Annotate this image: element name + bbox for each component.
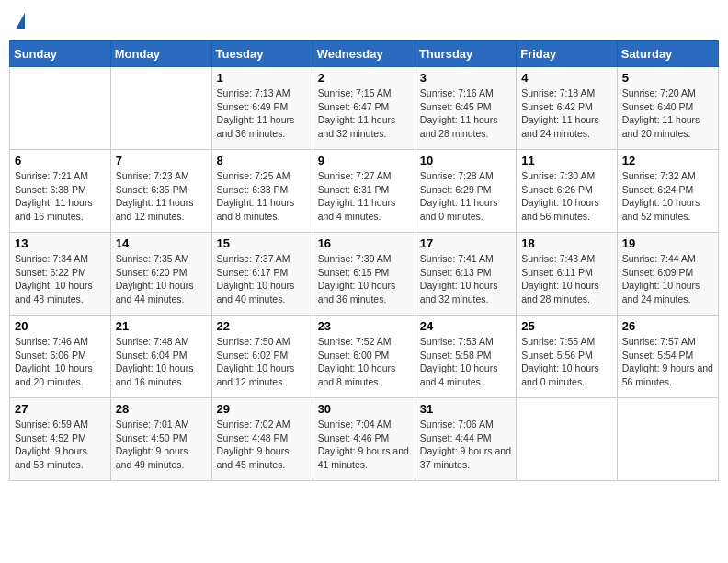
day-number: 21 (116, 319, 207, 333)
day-content: Sunrise: 7:04 AM Sunset: 4:46 PM Dayligh… (318, 418, 410, 472)
logo-triangle-icon (16, 13, 25, 29)
day-cell: 7Sunrise: 7:23 AM Sunset: 6:35 PM Daylig… (110, 150, 211, 233)
day-number: 26 (622, 319, 713, 333)
day-number: 8 (217, 154, 308, 167)
day-number: 18 (521, 236, 612, 250)
week-row-5: 27Sunrise: 6:59 AM Sunset: 4:52 PM Dayli… (10, 398, 719, 481)
day-content: Sunrise: 7:28 AM Sunset: 6:29 PM Dayligh… (420, 169, 511, 224)
day-cell: 12Sunrise: 7:32 AM Sunset: 6:24 PM Dayli… (617, 150, 718, 233)
week-row-2: 6Sunrise: 7:21 AM Sunset: 6:38 PM Daylig… (10, 150, 719, 233)
calendar-body: 1Sunrise: 7:13 AM Sunset: 6:49 PM Daylig… (10, 67, 719, 481)
day-number: 27 (15, 402, 106, 416)
day-number: 5 (622, 71, 713, 85)
day-cell: 9Sunrise: 7:27 AM Sunset: 6:31 PM Daylig… (313, 150, 415, 233)
day-content: Sunrise: 7:55 AM Sunset: 5:56 PM Dayligh… (521, 335, 612, 389)
header-cell-tuesday: Tuesday (211, 41, 313, 67)
day-number: 4 (521, 71, 612, 85)
day-content: Sunrise: 7:06 AM Sunset: 4:44 PM Dayligh… (420, 418, 511, 472)
day-content: Sunrise: 7:48 AM Sunset: 6:04 PM Dayligh… (116, 335, 207, 389)
day-content: Sunrise: 7:13 AM Sunset: 6:49 PM Dayligh… (217, 86, 308, 141)
week-row-1: 1Sunrise: 7:13 AM Sunset: 6:49 PM Daylig… (10, 67, 719, 150)
day-number: 1 (217, 71, 308, 85)
day-cell: 25Sunrise: 7:55 AM Sunset: 5:56 PM Dayli… (517, 316, 618, 398)
day-cell: 29Sunrise: 7:02 AM Sunset: 4:48 PM Dayli… (211, 398, 313, 481)
day-number: 10 (420, 154, 511, 167)
day-number: 24 (420, 319, 511, 333)
header-cell-sunday: Sunday (10, 41, 111, 67)
week-row-4: 20Sunrise: 7:46 AM Sunset: 6:06 PM Dayli… (10, 316, 719, 398)
day-number: 30 (318, 402, 410, 416)
day-content: Sunrise: 7:15 AM Sunset: 6:47 PM Dayligh… (318, 86, 410, 141)
day-number: 25 (521, 319, 612, 333)
day-number: 13 (15, 236, 106, 250)
day-cell: 2Sunrise: 7:15 AM Sunset: 6:47 PM Daylig… (313, 67, 415, 150)
day-cell: 31Sunrise: 7:06 AM Sunset: 4:44 PM Dayli… (415, 398, 516, 481)
day-cell: 24Sunrise: 7:53 AM Sunset: 5:58 PM Dayli… (415, 316, 516, 398)
day-number: 3 (420, 71, 511, 85)
day-cell: 6Sunrise: 7:21 AM Sunset: 6:38 PM Daylig… (10, 150, 111, 233)
day-cell: 27Sunrise: 6:59 AM Sunset: 4:52 PM Dayli… (10, 398, 111, 481)
day-cell: 10Sunrise: 7:28 AM Sunset: 6:29 PM Dayli… (415, 150, 516, 233)
day-cell: 5Sunrise: 7:20 AM Sunset: 6:40 PM Daylig… (617, 67, 718, 150)
day-content: Sunrise: 7:53 AM Sunset: 5:58 PM Dayligh… (420, 335, 511, 389)
day-content: Sunrise: 7:18 AM Sunset: 6:42 PM Dayligh… (521, 86, 612, 141)
day-content: Sunrise: 7:21 AM Sunset: 6:38 PM Dayligh… (15, 169, 106, 224)
day-cell (10, 67, 111, 150)
day-number: 14 (116, 236, 207, 250)
day-number: 2 (318, 71, 410, 85)
calendar-header: SundayMondayTuesdayWednesdayThursdayFrid… (10, 41, 719, 67)
day-content: Sunrise: 7:32 AM Sunset: 6:24 PM Dayligh… (622, 169, 713, 224)
day-content: Sunrise: 7:01 AM Sunset: 4:50 PM Dayligh… (116, 418, 207, 472)
week-row-3: 13Sunrise: 7:34 AM Sunset: 6:22 PM Dayli… (10, 233, 719, 316)
day-cell: 19Sunrise: 7:44 AM Sunset: 6:09 PM Dayli… (617, 233, 718, 316)
calendar-table: SundayMondayTuesdayWednesdayThursdayFrid… (9, 40, 719, 481)
day-number: 19 (622, 236, 713, 250)
day-content: Sunrise: 7:30 AM Sunset: 6:26 PM Dayligh… (521, 169, 612, 224)
day-number: 31 (420, 402, 511, 416)
day-cell: 22Sunrise: 7:50 AM Sunset: 6:02 PM Dayli… (211, 316, 313, 398)
day-content: Sunrise: 7:41 AM Sunset: 6:13 PM Dayligh… (420, 252, 511, 306)
day-cell: 3Sunrise: 7:16 AM Sunset: 6:45 PM Daylig… (415, 67, 516, 150)
day-content: Sunrise: 7:52 AM Sunset: 6:00 PM Dayligh… (318, 335, 410, 389)
day-cell: 23Sunrise: 7:52 AM Sunset: 6:00 PM Dayli… (313, 316, 415, 398)
day-content: Sunrise: 7:43 AM Sunset: 6:11 PM Dayligh… (521, 252, 612, 306)
day-number: 12 (622, 154, 713, 167)
day-cell: 14Sunrise: 7:35 AM Sunset: 6:20 PM Dayli… (110, 233, 211, 316)
day-cell: 8Sunrise: 7:25 AM Sunset: 6:33 PM Daylig… (211, 150, 313, 233)
day-number: 16 (318, 236, 410, 250)
day-cell: 1Sunrise: 7:13 AM Sunset: 6:49 PM Daylig… (211, 67, 313, 150)
header-row: SundayMondayTuesdayWednesdayThursdayFrid… (10, 41, 719, 67)
day-content: Sunrise: 7:02 AM Sunset: 4:48 PM Dayligh… (217, 418, 308, 472)
day-cell (617, 398, 718, 481)
day-cell: 20Sunrise: 7:46 AM Sunset: 6:06 PM Dayli… (10, 316, 111, 398)
day-number: 23 (318, 319, 410, 333)
day-number: 6 (15, 154, 106, 167)
page-header (9, 9, 719, 33)
day-cell: 4Sunrise: 7:18 AM Sunset: 6:42 PM Daylig… (517, 67, 618, 150)
day-number: 22 (217, 319, 308, 333)
day-cell: 13Sunrise: 7:34 AM Sunset: 6:22 PM Dayli… (10, 233, 111, 316)
day-number: 15 (217, 236, 308, 250)
day-cell: 21Sunrise: 7:48 AM Sunset: 6:04 PM Dayli… (110, 316, 211, 398)
header-cell-thursday: Thursday (415, 41, 516, 67)
day-content: Sunrise: 7:46 AM Sunset: 6:06 PM Dayligh… (15, 335, 106, 389)
day-content: Sunrise: 7:57 AM Sunset: 5:54 PM Dayligh… (622, 335, 713, 389)
day-number: 7 (116, 154, 207, 167)
day-content: Sunrise: 6:59 AM Sunset: 4:52 PM Dayligh… (15, 418, 106, 472)
day-number: 20 (15, 319, 106, 333)
day-number: 28 (116, 402, 207, 416)
day-number: 29 (217, 402, 308, 416)
day-content: Sunrise: 7:37 AM Sunset: 6:17 PM Dayligh… (217, 252, 308, 306)
day-cell: 15Sunrise: 7:37 AM Sunset: 6:17 PM Dayli… (211, 233, 313, 316)
day-cell: 26Sunrise: 7:57 AM Sunset: 5:54 PM Dayli… (617, 316, 718, 398)
day-content: Sunrise: 7:23 AM Sunset: 6:35 PM Dayligh… (116, 169, 207, 224)
day-cell: 16Sunrise: 7:39 AM Sunset: 6:15 PM Dayli… (313, 233, 415, 316)
day-content: Sunrise: 7:35 AM Sunset: 6:20 PM Dayligh… (116, 252, 207, 306)
day-content: Sunrise: 7:27 AM Sunset: 6:31 PM Dayligh… (318, 169, 410, 224)
day-content: Sunrise: 7:44 AM Sunset: 6:09 PM Dayligh… (622, 252, 713, 306)
day-content: Sunrise: 7:50 AM Sunset: 6:02 PM Dayligh… (217, 335, 308, 389)
day-content: Sunrise: 7:34 AM Sunset: 6:22 PM Dayligh… (15, 252, 106, 306)
header-cell-friday: Friday (517, 41, 618, 67)
logo (15, 13, 25, 29)
day-content: Sunrise: 7:25 AM Sunset: 6:33 PM Dayligh… (217, 169, 308, 224)
